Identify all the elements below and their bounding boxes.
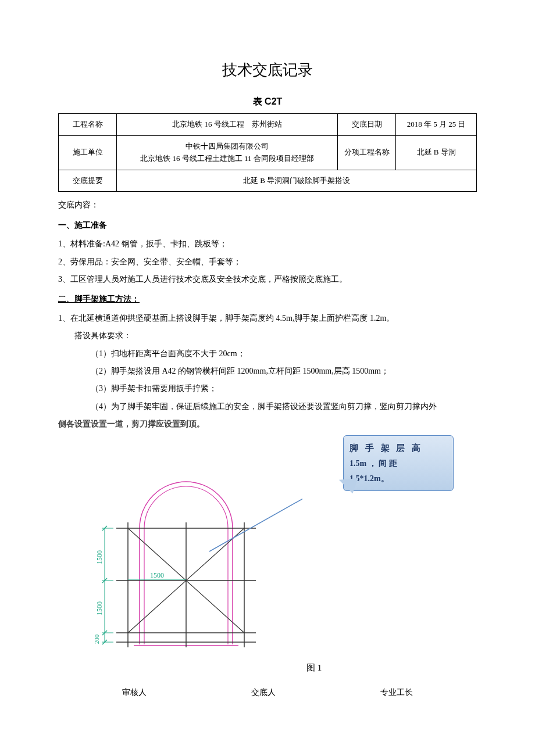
cell-summary-label: 交底提要 (59, 170, 117, 192)
dim-label-1500: 1500 (95, 601, 104, 615)
callout-leader (209, 476, 302, 551)
sec1-item-3: 3、工区管理人员对施工人员进行技术交底及安全技术交底，严格按照交底施工。 (58, 273, 477, 286)
cell-date-label: 交底日期 (338, 114, 396, 136)
dim-label-200: 200 (93, 635, 100, 644)
cell-unit-label: 施工单位 (59, 135, 117, 170)
sec2-item-3: （3）脚手架卡扣需要用扳手拧紧； (91, 382, 477, 395)
sec2-item-2: （2）脚手架搭设用 A42 的钢管横杆间距 1200mm,立杆间距 1500mm… (91, 365, 477, 378)
cell-project-name-label: 工程名称 (59, 114, 117, 136)
cell-summary: 北延 B 导洞洞门破除脚手架搭设 (117, 170, 477, 192)
sec1-item-1: 1、材料准备:A42 钢管，扳手、卡扣、跳板等； (58, 238, 477, 250)
cell-date: 2018 年 5 月 25 日 (396, 114, 477, 136)
table-row: 工程名称 北京地铁 16 号线工程 苏州街站 交底日期 2018 年 5 月 2… (59, 114, 477, 136)
figure-1-label: 图 1 (151, 661, 477, 675)
cell-unit: 中铁十四局集团有限公司 北京地铁 16 号线工程土建施工 11 合同段项目经理部 (117, 135, 338, 170)
cell-subproj-label: 分项工程名称 (338, 135, 396, 170)
callout-line-1: 脚 手 架 层 高 (349, 440, 447, 456)
table-number: 表 C2T (58, 94, 477, 109)
info-table: 工程名称 北京地铁 16 号线工程 苏州街站 交底日期 2018 年 5 月 2… (58, 113, 477, 192)
cell-unit-line1: 中铁十四局集团有限公司 (120, 141, 334, 153)
callout-line-2: 1.5m ， 间 距 (349, 456, 447, 471)
sec1-item-2: 2、劳保用品：安全网、安全带、安全帽、手套等； (58, 256, 477, 268)
sec2-item-4b: 侧各设置设置一道，剪刀撑应设置到顶。 (58, 418, 477, 431)
cell-unit-line2: 北京地铁 16 号线工程土建施工 11 合同段项目经理部 (120, 153, 334, 165)
footer-sign-row: 审核人 交底人 专业工长 (58, 686, 477, 699)
scaffold-diagram-svg: 1500 1500 200 1500 (70, 458, 302, 656)
table-row: 施工单位 中铁十四局集团有限公司 北京地铁 16 号线工程土建施工 11 合同段… (59, 135, 477, 170)
diagram-figure-1: 脚 手 架 层 高 1.5m ， 间 距 1.5*1.2m。 (58, 435, 477, 656)
callout-line-3: 1.5*1.2m。 (349, 471, 447, 486)
cell-project-name: 北京地铁 16 号线工程 苏州街站 (117, 114, 338, 136)
table-row: 交底提要 北延 B 导洞洞门破除脚手架搭设 (59, 170, 477, 192)
sec2-item-1: （1）扫地杆距离平台面高度不大于 20cm； (91, 347, 477, 360)
sec2-para-2: 搭设具体要求： (74, 329, 477, 342)
footer-disclosure: 交底人 (251, 686, 276, 699)
diagram-callout: 脚 手 架 层 高 1.5m ， 间 距 1.5*1.2m。 (343, 435, 454, 490)
page-title: 技术交底记录 (58, 58, 477, 83)
cell-subproj: 北延 B 导洞 (396, 135, 477, 170)
section-1-heading: 一、施工准备 (58, 219, 477, 232)
sec2-item-4a: （4）为了脚手架牢固，保证后续施工的安全，脚手架搭设还要设置竖向剪刀撑，竖向剪刀… (91, 400, 477, 413)
sec2-para-1: 1、在北延横通道仰拱坚硬基面上搭设脚手架，脚手架高度约 4.5m,脚手架上面护栏… (58, 312, 477, 325)
dim-label-1500: 1500 (95, 550, 104, 564)
footer-foreman: 专业工长 (380, 686, 413, 699)
dim-label-1500h: 1500 (150, 571, 164, 579)
footer-reviewer: 审核人 (122, 686, 147, 699)
content-label: 交底内容： (58, 199, 477, 212)
section-2-heading: 二、脚手架施工方法： (58, 293, 477, 306)
